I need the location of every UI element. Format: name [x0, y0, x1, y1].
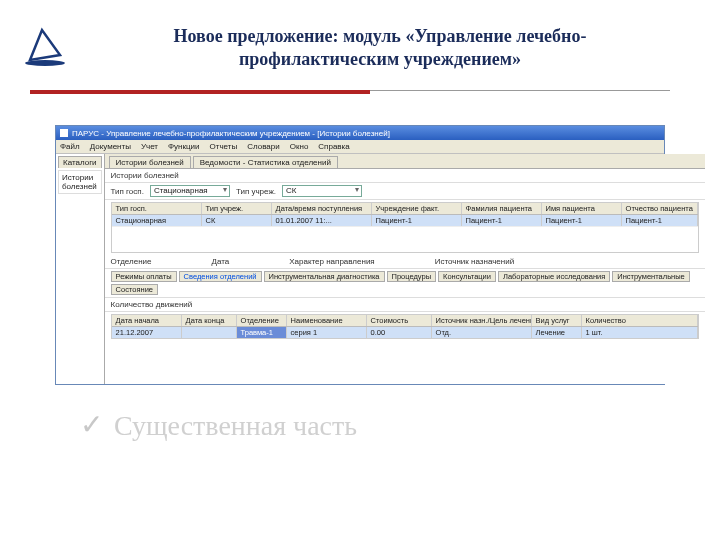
menu-bar: Файл Документы Учет Функции Отчеты Слова…: [56, 140, 664, 154]
sidebar: Каталоги Истории болезней: [56, 154, 105, 384]
subtab-consult[interactable]: Консультации: [438, 271, 496, 282]
col-date-start[interactable]: Дата начала: [112, 315, 182, 326]
window-titlebar[interactable]: ПАРУС - Управление лечебно-профилактичес…: [56, 126, 664, 140]
col-name[interactable]: Наименование: [287, 315, 367, 326]
subtab-instr[interactable]: Инструментальные: [612, 271, 689, 282]
window-title: ПАРУС - Управление лечебно-профилактичес…: [72, 129, 390, 138]
menu-reports[interactable]: Отчеты: [210, 142, 238, 151]
col-date-end[interactable]: Дата конца: [182, 315, 237, 326]
svg-point-0: [25, 60, 65, 66]
subtab-state[interactable]: Состояние: [111, 284, 158, 295]
col-source-goal[interactable]: Источник назн./Цель лечения: [432, 315, 532, 326]
menu-functions[interactable]: Функции: [168, 142, 200, 151]
source-label: Источник назначений: [435, 257, 514, 266]
sidebar-item-histories[interactable]: Истории болезней: [58, 170, 102, 194]
menu-help[interactable]: Справка: [318, 142, 349, 151]
movements-label: Количество движений: [111, 300, 193, 309]
col-lastname[interactable]: Фамилия пациента: [462, 203, 542, 214]
col-qty[interactable]: Количество: [582, 315, 698, 326]
col-inst-type[interactable]: Тип учреж.: [202, 203, 272, 214]
menu-file[interactable]: Файл: [60, 142, 80, 151]
col-dept[interactable]: Отделение: [237, 315, 287, 326]
col-service-type[interactable]: Вид услуг: [532, 315, 582, 326]
watermark: Существенная часть: [80, 410, 357, 442]
main-tabs: Истории болезней Ведомости - Статистика …: [105, 154, 705, 169]
subtab-instr-diag[interactable]: Инструментальная диагностика: [264, 271, 385, 282]
watermark-text: Существенная часть: [114, 410, 357, 442]
tab-statistics[interactable]: Ведомости - Статистика отделений: [193, 156, 338, 168]
subtab-payment[interactable]: Режимы оплаты: [111, 271, 177, 282]
sub-tabs: Режимы оплаты Сведения отделений Инструм…: [105, 269, 705, 298]
subtab-procedures[interactable]: Процедуры: [387, 271, 437, 282]
hosp-type-label: Тип госп.: [111, 187, 144, 196]
col-hosp-type[interactable]: Тип госп.: [112, 203, 202, 214]
app-window: ПАРУС - Управление лечебно-профилактичес…: [55, 125, 665, 385]
inst-type-label: Тип учреж.: [236, 187, 276, 196]
movements-grid[interactable]: Дата начала Дата конца Отделение Наимено…: [111, 314, 699, 339]
table-row[interactable]: Стационарная СК 01.01.2007 11:... Пациен…: [112, 215, 698, 226]
patients-grid[interactable]: Тип госп. Тип учреж. Дата/время поступле…: [111, 202, 699, 253]
slide-title: Новое предложение: модуль «Управление ле…: [100, 25, 660, 72]
referral-nature-label: Характер направления: [289, 257, 374, 266]
col-firstname[interactable]: Имя пациента: [542, 203, 622, 214]
app-icon: [60, 129, 68, 137]
tab-histories[interactable]: Истории болезней: [109, 156, 191, 168]
menu-dictionaries[interactable]: Словари: [247, 142, 280, 151]
date-label: Дата: [212, 257, 230, 266]
subtab-lab[interactable]: Лабораторные исследования: [498, 271, 610, 282]
menu-documents[interactable]: Документы: [90, 142, 131, 151]
slide-logo: [20, 25, 70, 70]
dept-label: Отделение: [111, 257, 152, 266]
menu-accounting[interactable]: Учет: [141, 142, 158, 151]
sidebar-tab-catalogs[interactable]: Каталоги: [58, 156, 102, 168]
inst-type-combo[interactable]: СК: [282, 185, 362, 197]
filter-label: Истории болезней: [111, 171, 179, 180]
menu-window[interactable]: Окно: [290, 142, 309, 151]
subtab-dept-info[interactable]: Сведения отделений: [179, 271, 262, 282]
hosp-type-combo[interactable]: Стационарная: [150, 185, 230, 197]
col-cost[interactable]: Стоимость: [367, 315, 432, 326]
divider: [30, 90, 670, 94]
table-row[interactable]: 21.12.2007 Травма-1 серия 1 0.00 Отд. Ле…: [112, 327, 698, 338]
col-datetime[interactable]: Дата/время поступления: [272, 203, 372, 214]
col-patronymic[interactable]: Отчество пациента: [622, 203, 698, 214]
check-icon: [80, 416, 104, 436]
col-institution[interactable]: Учреждение факт.: [372, 203, 462, 214]
